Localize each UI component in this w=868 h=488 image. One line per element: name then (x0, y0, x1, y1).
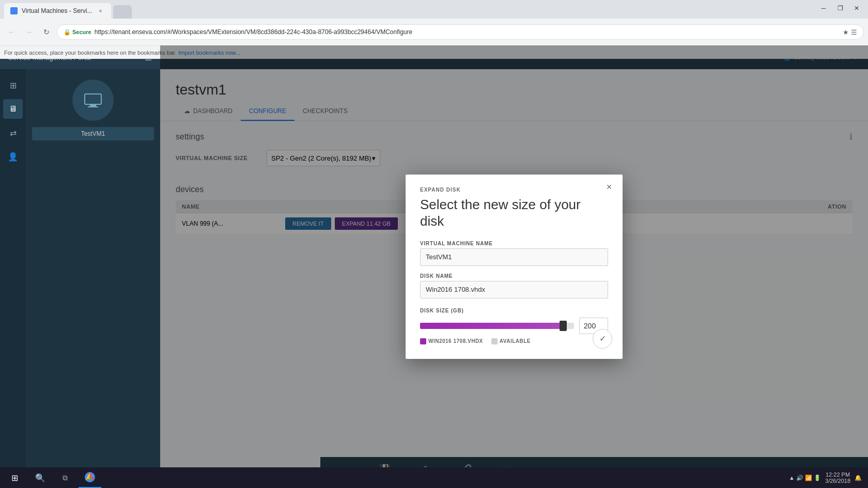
main-content: 👤 demo@enseva.com ⌄ testvm1 ☁ DASHBOARD … (160, 45, 868, 488)
new-tab[interactable] (113, 5, 132, 19)
legend-vhdx-label: WIN2016 1708.VHDX (428, 338, 483, 344)
disk-legend: WIN2016 1708.VHDX AVAILABLE (420, 338, 608, 344)
bookmarks-text: For quick access, place your bookmarks h… (4, 50, 176, 56)
forward-button[interactable]: → (22, 25, 36, 39)
address-bar-icons: ★ ☰ (843, 28, 857, 36)
modal-subtitle: EXPAND DISK (420, 187, 608, 193)
minimize-button[interactable]: ─ (816, 3, 831, 13)
tab-bar: Virtual Machines - Servi... × ─ ❐ ✕ (0, 0, 868, 19)
slider-fill (420, 323, 563, 329)
disk-size-section: DISK SIZE (GB) WIN2016 1708.VHDX (420, 308, 608, 344)
tab-favicon (10, 7, 18, 14)
sidebar-icon-monitor[interactable]: 🖥 (3, 99, 23, 119)
chrome-taskbar-button[interactable] (79, 467, 101, 488)
expand-disk-modal: × EXPAND DISK Select the new size of you… (406, 175, 623, 358)
confirm-button[interactable]: ✓ (593, 329, 612, 349)
tab-title: Virtual Machines - Servi... (22, 7, 92, 14)
slider-thumb[interactable] (560, 321, 567, 331)
search-button[interactable]: 🔍 (29, 467, 52, 488)
sidebar-content: TestVM1 (26, 69, 160, 488)
legend-available-label: AVAILABLE (500, 338, 531, 344)
disk-name-input[interactable] (420, 281, 608, 298)
active-tab[interactable]: Virtual Machines - Servi... × (4, 3, 111, 19)
reload-button[interactable]: ↻ (39, 25, 54, 39)
address-bar[interactable]: 🔒 Secure https://tenant.enseva.com/#/Wor… (57, 24, 864, 40)
window-controls: ─ ❐ ✕ (816, 3, 864, 13)
close-button[interactable]: ✕ (849, 3, 864, 13)
sidebar: Service Management Portal ☰ ⊞ 🖥 ⇄ 👤 Test… (0, 45, 160, 488)
notification-icon[interactable]: 🔔 (855, 475, 862, 481)
back-button[interactable]: ← (4, 25, 19, 39)
svg-rect-2 (88, 106, 98, 107)
taskbar-clock: 12:22 PM 3/26/2018 (825, 471, 850, 484)
legend-available: AVAILABLE (491, 338, 531, 344)
legend-vhdx: WIN2016 1708.VHDX (420, 338, 483, 344)
app-area: Service Management Portal ☰ ⊞ 🖥 ⇄ 👤 Test… (0, 45, 868, 488)
sidebar-icon-user[interactable]: 👤 (3, 147, 23, 166)
legend-vhdx-dot (420, 338, 426, 344)
taskbar-date: 3/26/2018 (825, 478, 850, 484)
sidebar-icon-network[interactable]: ⇄ (3, 123, 23, 143)
legend-available-dot (491, 338, 498, 344)
secure-badge: 🔒 Secure (64, 29, 91, 36)
taskbar-time: 12:22 PM (825, 471, 850, 478)
modal-overlay: × EXPAND DISK Select the new size of you… (160, 45, 868, 488)
address-bar-row: ← → ↻ 🔒 Secure https://tenant.enseva.com… (0, 19, 868, 45)
address-url: https://tenant.enseva.com/#/Workspaces/V… (95, 28, 412, 36)
slider-track[interactable] (420, 323, 574, 329)
svg-rect-1 (90, 104, 96, 106)
disk-name-label: DISK NAME (420, 273, 608, 279)
svg-rect-0 (85, 94, 101, 104)
vm-name-label: VIRTUAL MACHINE NAME (420, 241, 608, 246)
start-button[interactable]: ⊞ (2, 467, 27, 488)
modal-title: Select the new size of your disk (420, 197, 608, 229)
sidebar-icon-grid[interactable]: ⊞ (3, 75, 23, 95)
sidebar-vm-name: TestVM1 (32, 127, 154, 140)
vm-name-input[interactable] (420, 248, 608, 266)
restore-button[interactable]: ❐ (833, 3, 847, 13)
windows-taskbar: ⊞ 🔍 ⧉ ▲ 🔊 📶 🔋 12:22 PM 3/26/2018 🔔 (0, 467, 868, 488)
task-view-button[interactable]: ⧉ (54, 467, 76, 488)
taskbar-right: ▲ 🔊 📶 🔋 12:22 PM 3/26/2018 🔔 (789, 471, 866, 484)
sidebar-icon-column: ⊞ 🖥 ⇄ 👤 (0, 69, 26, 488)
disk-size-label: DISK SIZE (GB) (420, 308, 608, 313)
vm-avatar (72, 80, 114, 121)
tab-close-button[interactable]: × (97, 7, 105, 15)
modal-close-button[interactable]: × (602, 180, 616, 194)
browser-chrome: Virtual Machines - Servi... × ─ ❐ ✕ ← → … (0, 0, 868, 45)
slider-container (420, 318, 608, 334)
taskbar-icons: ▲ 🔊 📶 🔋 (789, 475, 821, 481)
